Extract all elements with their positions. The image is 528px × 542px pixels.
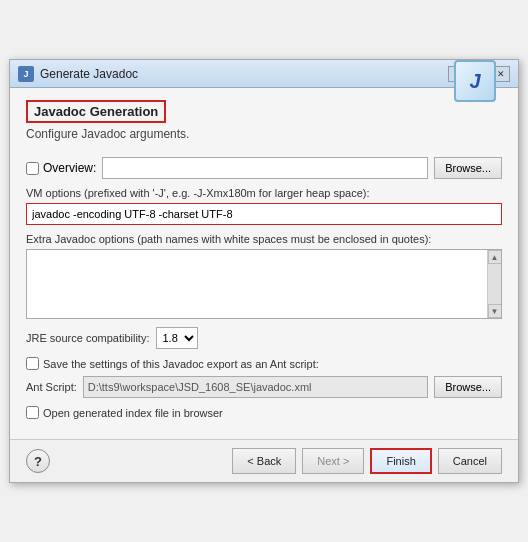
jre-select[interactable]: 1.8 1.7 1.6 1.5: [156, 327, 198, 349]
overview-row: Overview: Browse...: [26, 157, 502, 179]
section-title: Javadoc Generation: [26, 100, 166, 123]
generate-javadoc-dialog: J Generate Javadoc − □ ✕ Javadoc Generat…: [9, 59, 519, 483]
vm-options-label: VM options (prefixed with '-J', e.g. -J-…: [26, 187, 502, 199]
ant-export-checkbox[interactable]: [26, 357, 39, 370]
jre-row: JRE source compatibility: 1.8 1.7 1.6 1.…: [26, 327, 502, 349]
ant-script-label: Ant Script:: [26, 381, 77, 393]
overview-browse-button[interactable]: Browse...: [434, 157, 502, 179]
ant-export-label: Save the settings of this Javadoc export…: [43, 358, 319, 370]
scroll-up-arrow[interactable]: ▲: [488, 250, 502, 264]
overview-input[interactable]: [102, 157, 428, 179]
vm-options-input[interactable]: [26, 203, 502, 225]
open-index-label: Open generated index file in browser: [43, 407, 223, 419]
scroll-down-arrow[interactable]: ▼: [488, 304, 502, 318]
dialog-title: Generate Javadoc: [40, 67, 138, 81]
back-button[interactable]: < Back: [232, 448, 296, 474]
dialog-icon: J: [18, 66, 34, 82]
overview-checkbox-label: Overview:: [26, 161, 96, 175]
overview-checkbox[interactable]: [26, 162, 39, 175]
subtitle: Configure Javadoc arguments.: [26, 127, 189, 141]
dialog-body: Javadoc Generation Configure Javadoc arg…: [10, 88, 518, 439]
javadoc-icon: J: [454, 60, 502, 108]
cancel-button[interactable]: Cancel: [438, 448, 502, 474]
scroll-track: [488, 264, 501, 304]
jre-label: JRE source compatibility:: [26, 332, 150, 344]
nav-buttons: < Back Next > Finish Cancel: [232, 448, 502, 474]
open-index-row: Open generated index file in browser: [26, 406, 502, 419]
title-bar-left: J Generate Javadoc: [18, 66, 138, 82]
ant-script-input[interactable]: [83, 376, 428, 398]
help-button[interactable]: ?: [26, 449, 50, 473]
ant-export-row: Save the settings of this Javadoc export…: [26, 357, 502, 370]
finish-button[interactable]: Finish: [370, 448, 431, 474]
ant-script-row: Ant Script: Browse...: [26, 376, 502, 398]
header-section: Javadoc Generation Configure Javadoc arg…: [26, 100, 189, 151]
button-bar: ? < Back Next > Finish Cancel: [10, 439, 518, 482]
extra-options-label: Extra Javadoc options (path names with w…: [26, 233, 502, 245]
title-bar: J Generate Javadoc − □ ✕: [10, 60, 518, 88]
extra-options-scrollbar: ▲ ▼: [487, 250, 501, 318]
next-button[interactable]: Next >: [302, 448, 364, 474]
overview-label: Overview:: [43, 161, 96, 175]
ant-browse-button[interactable]: Browse...: [434, 376, 502, 398]
extra-options-textarea[interactable]: [27, 250, 487, 318]
extra-options-wrapper: ▲ ▼: [26, 249, 502, 319]
javadoc-icon-image: J: [454, 60, 496, 102]
open-index-checkbox[interactable]: [26, 406, 39, 419]
